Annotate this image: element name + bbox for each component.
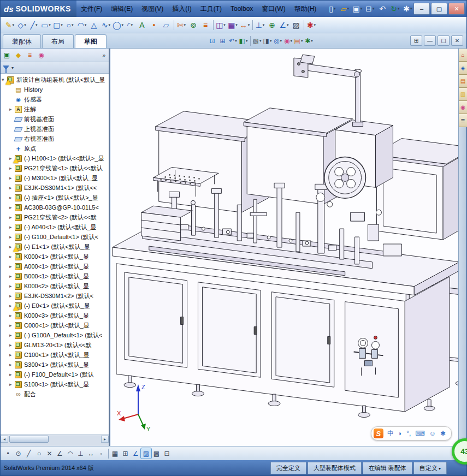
sketch-icon[interactable]: ✎ ▾ [4, 19, 16, 31]
panel-overflow-button[interactable]: » [100, 51, 108, 59]
expand-arrow-icon[interactable] [9, 234, 15, 240]
ime-keyboard-icon[interactable]: ⌨ [415, 430, 424, 437]
tree-item[interactable]: 新设计自动组装机 (默认<默认_显 [1, 75, 109, 85]
undo-icon[interactable]: ↶ ▾ [376, 3, 388, 15]
tree-item[interactable]: (-) E0<1> (默认<默认_显 [1, 301, 109, 311]
assembly-model-canvas[interactable] [111, 49, 459, 444]
expand-arrow-icon[interactable] [9, 254, 15, 259]
expand-arrow-icon[interactable] [9, 323, 15, 328]
tree-item[interactable]: K000<2> (默认<默认_显 [1, 281, 109, 291]
snap-point-icon[interactable]: • [3, 448, 13, 459]
snap-perpendicular-icon[interactable]: ⊥ [75, 448, 86, 459]
sogou-logo-icon[interactable]: S [374, 429, 383, 438]
dropdown-arrow-icon[interactable]: ▾ [61, 23, 63, 27]
expand-arrow-icon[interactable] [9, 205, 15, 210]
filter-dropdown-icon[interactable]: ▾ [11, 66, 14, 70]
linear-sketch-pattern-icon[interactable]: ▦ ▾ [227, 19, 239, 31]
dropdown-arrow-icon[interactable]: ▾ [184, 23, 186, 27]
tree-item[interactable]: (-) G100_Default<1> (默认< [1, 232, 109, 242]
snap-midpoint-icon[interactable]: ◦ [96, 448, 107, 459]
expand-arrow-icon[interactable] [9, 175, 15, 181]
mirror-entities-icon[interactable]: ◫ ▾ [215, 19, 227, 31]
print-icon[interactable]: ⊟ ▾ [364, 3, 376, 15]
snap-intersection-icon[interactable]: ✕ [44, 448, 55, 459]
tree-item[interactable]: (-) 插座<1> (默认<默认>_显 [1, 193, 109, 203]
tree-item[interactable]: GLM13-20<1> (默认<<默 [1, 340, 109, 350]
expand-arrow-icon[interactable] [9, 195, 15, 200]
dropdown-arrow-icon[interactable]: ▾ [246, 39, 248, 43]
ime-skin-icon[interactable]: ☺ [429, 430, 436, 437]
display-style-icon[interactable]: ◨ ▾ [262, 36, 273, 46]
expand-arrow-icon[interactable] [9, 332, 15, 338]
home-icon[interactable]: ⌂ [459, 49, 467, 62]
dropdown-arrow-icon[interactable]: ▾ [280, 39, 282, 43]
dropdown-arrow-icon[interactable]: ▾ [287, 23, 289, 27]
tree-item[interactable]: AC30B-03G@GP-10-01L5< [1, 203, 109, 212]
smart-dimension-icon[interactable]: ◇ ▾ [16, 19, 28, 31]
dropdown-arrow-icon[interactable]: ▾ [373, 7, 375, 11]
tree-item[interactable]: 前视基准面 [1, 114, 109, 124]
dropdown-arrow-icon[interactable]: ▾ [72, 23, 74, 27]
rapid-sketch-icon[interactable]: ▨ ▾ [290, 19, 302, 31]
expand-arrow-icon[interactable] [9, 106, 15, 112]
commandmanager-tab[interactable]: 草图 [75, 34, 107, 48]
view-orientation-icon[interactable]: ▧ ▾ [252, 36, 262, 46]
tree-item[interactable]: (-) H100<1> (默认<<默认>_显 [1, 153, 109, 163]
scroll-right-button[interactable]: ▸ [101, 436, 109, 443]
dropdown-arrow-icon[interactable]: ▾ [311, 39, 313, 43]
dropdown-arrow-icon[interactable]: ▾ [360, 7, 363, 11]
status-segment[interactable]: 大型装配体模式 [308, 462, 362, 474]
dropdown-arrow-icon[interactable]: ▾ [314, 23, 316, 27]
tree-item[interactable]: 注解 [1, 104, 109, 114]
commandmanager-tab[interactable]: 布局 [42, 34, 74, 48]
tree-item[interactable]: History [1, 85, 109, 94]
tree-item[interactable]: S100<1> (默认<默认_显 [1, 379, 109, 389]
tree-item[interactable]: K000<3> (默认<默认_显 [1, 311, 109, 320]
tree-horizontal-scrollbar[interactable]: ◂ ▸ [1, 435, 109, 443]
expand-arrow-icon[interactable] [9, 215, 15, 220]
tree-item[interactable]: (-) E1<1> (默认<默认_显 [1, 242, 109, 252]
dropdown-arrow-icon[interactable]: ▾ [24, 23, 26, 27]
sketch-fillet-icon[interactable]: ◜ ▾ [124, 19, 136, 31]
dropdown-arrow-icon[interactable]: ▾ [347, 7, 349, 11]
previous-view-icon[interactable]: ↶ ▾ [228, 36, 238, 46]
display-relations-icon[interactable]: ⊥ ▾ [254, 19, 266, 31]
dropdown-arrow-icon[interactable]: ▾ [290, 39, 292, 43]
minimize-button[interactable]: – [413, 3, 430, 15]
rebuild-icon[interactable]: ↻ ▾ [389, 3, 401, 15]
appearances-icon[interactable]: ◉ [459, 101, 467, 114]
doc-newwindow-button[interactable]: ⊞ [410, 35, 422, 46]
dropdown-arrow-icon[interactable]: ▾ [235, 39, 237, 43]
tree-item[interactable]: A000<1> (默认<默认_显 [1, 261, 109, 271]
tree-item[interactable]: K000<1> (默认<默认_显 [1, 252, 109, 261]
dropdown-arrow-icon[interactable]: ▾ [85, 23, 87, 27]
menu-item[interactable]: 文件(F) [76, 1, 107, 17]
quick-snaps-icon[interactable]: ∠ ▾ [278, 19, 290, 31]
featuremanager-tab-icon[interactable]: ▣ [2, 50, 12, 61]
dropdown-arrow-icon[interactable]: ▾ [263, 23, 265, 27]
polygon-icon[interactable]: △ ▾ [88, 19, 100, 31]
custom-properties-icon[interactable]: ≣ [459, 114, 467, 127]
plane-icon[interactable]: ▱ ▾ [160, 19, 172, 31]
displaymanager-tab-icon[interactable]: ◉ [36, 50, 46, 61]
dropdown-arrow-icon[interactable]: ▾ [410, 7, 412, 11]
snap-center-icon[interactable]: ⊙ [13, 448, 23, 459]
dropdown-arrow-icon[interactable]: ▾ [49, 23, 51, 27]
expand-arrow-icon[interactable] [9, 165, 15, 171]
close-button[interactable]: ✕ [448, 3, 465, 15]
straight-slot-icon[interactable]: ▢ ▾ [52, 19, 64, 31]
menu-item[interactable]: Toolbox [226, 1, 257, 17]
ime-toolbox-icon[interactable]: ✱ [440, 430, 446, 437]
new-document-icon[interactable]: ▯ ▾ [326, 3, 338, 15]
circle-icon[interactable]: ○ ▾ [64, 19, 76, 31]
doc-restore-button[interactable]: ▢ [438, 35, 450, 46]
angle-snap-icon[interactable]: ∠ [131, 448, 141, 459]
dropdown-arrow-icon[interactable]: ▾ [122, 23, 124, 27]
menu-item[interactable]: 工具(T) [196, 1, 226, 17]
dropdown-arrow-icon[interactable]: ▾ [223, 23, 226, 27]
expand-arrow-icon[interactable] [9, 273, 15, 279]
tree-item[interactable]: E3JK-DS30M1<1> (默认<< [1, 183, 109, 193]
menu-item[interactable]: 编辑(E) [107, 1, 137, 17]
snap-horizontal-icon[interactable]: ↔ [86, 448, 96, 459]
options-icon[interactable]: ✱ ▾ [401, 3, 413, 15]
